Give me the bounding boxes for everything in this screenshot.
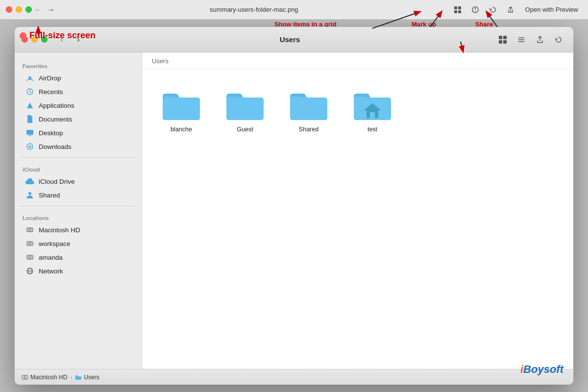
finder-minimize-btn[interactable] bbox=[31, 36, 38, 43]
svg-point-25 bbox=[28, 192, 31, 195]
finder-statusbar: Macintosh HD › Users bbox=[15, 369, 573, 385]
grid-view-icon[interactable] bbox=[451, 3, 465, 17]
svg-rect-14 bbox=[503, 36, 507, 39]
file-item-blanche[interactable]: blanche bbox=[157, 84, 206, 137]
finder-maximize-btn[interactable] bbox=[41, 36, 48, 43]
folder-icon-guest bbox=[225, 88, 265, 122]
sidebar-recents-label: Recents bbox=[39, 88, 63, 96]
finder-share-btn[interactable] bbox=[532, 32, 548, 48]
svg-rect-1 bbox=[458, 6, 461, 9]
file-item-guest[interactable]: Guest bbox=[220, 84, 270, 137]
finder-grid-view-btn[interactable] bbox=[495, 32, 511, 48]
svg-rect-16 bbox=[503, 40, 507, 44]
finder-back-btn[interactable]: ‹ bbox=[55, 33, 68, 46]
svg-rect-3 bbox=[458, 10, 461, 13]
sidebar-item-workspace[interactable]: workspace bbox=[18, 237, 139, 250]
sidebar-item-macintosh-hd[interactable]: Macintosh HD bbox=[18, 223, 139, 237]
breadcrumb-arrow: › bbox=[70, 374, 72, 381]
traffic-lights bbox=[6, 6, 32, 13]
sidebar-item-amanda[interactable]: amanda bbox=[18, 250, 139, 264]
finder-body: Favorites AirDrop Recents Applications bbox=[15, 52, 573, 369]
svg-point-29 bbox=[29, 229, 30, 230]
breadcrumb-hd-label: Macintosh HD bbox=[30, 374, 67, 381]
svg-rect-26 bbox=[26, 196, 29, 198]
file-label-test: test bbox=[368, 126, 377, 133]
finder-window-title: Users bbox=[89, 35, 491, 44]
sidebar-divider-2 bbox=[21, 206, 136, 206]
breadcrumb-macintosh-hd[interactable]: Macintosh HD bbox=[22, 374, 67, 381]
sidebar-item-icloud-shared[interactable]: Shared bbox=[18, 188, 139, 202]
sidebar-amanda-label: amanda bbox=[39, 254, 63, 261]
sidebar-downloads-label: Downloads bbox=[39, 143, 72, 150]
finder-toolbar: ‹ › Users bbox=[15, 27, 573, 52]
sidebar-item-icloud-drive[interactable]: iCloud Drive bbox=[18, 174, 139, 188]
desktop-icon bbox=[25, 128, 34, 137]
sidebar-icloud-shared-label: Shared bbox=[39, 192, 60, 199]
breadcrumb-folder-label: Users bbox=[84, 374, 99, 381]
svg-rect-41 bbox=[370, 112, 375, 118]
svg-point-44 bbox=[24, 377, 25, 378]
icloud-drive-icon bbox=[25, 177, 34, 186]
sidebar-icloud-label: iCloud bbox=[15, 162, 142, 174]
share-icon[interactable] bbox=[504, 3, 517, 17]
close-button[interactable] bbox=[6, 6, 12, 13]
amanda-icon bbox=[25, 253, 34, 262]
sidebar-item-airdrop[interactable]: AirDrop bbox=[18, 71, 139, 85]
file-label-guest: Guest bbox=[237, 126, 253, 133]
finder-sort-btn[interactable] bbox=[514, 32, 529, 48]
sidebar-locations-label: Locations bbox=[15, 210, 142, 223]
macintosh-hd-icon bbox=[25, 225, 34, 234]
airdrop-icon bbox=[25, 74, 34, 82]
folder-small-icon bbox=[75, 374, 82, 380]
minimize-button[interactable] bbox=[16, 6, 22, 13]
content-header: Users bbox=[142, 52, 573, 69]
sidebar-applications-label: Applications bbox=[39, 102, 74, 109]
markup-icon[interactable] bbox=[468, 3, 482, 17]
open-with-preview-button[interactable]: Open with Preview bbox=[521, 4, 582, 15]
downloads-icon bbox=[25, 142, 34, 151]
sidebar-macintosh-hd-label: Macintosh HD bbox=[39, 226, 80, 234]
sidebar-divider-1 bbox=[21, 157, 136, 158]
finder-toolbar-right bbox=[495, 32, 566, 48]
svg-rect-13 bbox=[499, 36, 502, 39]
title-bar-forward[interactable]: → bbox=[45, 3, 57, 16]
svg-point-32 bbox=[29, 243, 30, 244]
svg-rect-0 bbox=[454, 6, 457, 9]
file-item-shared[interactable]: Shared bbox=[284, 84, 333, 137]
sidebar-item-applications[interactable]: Applications bbox=[18, 98, 139, 112]
sidebar-item-recents[interactable]: Recents bbox=[18, 85, 139, 98]
sidebar-desktop-label: Desktop bbox=[39, 129, 63, 137]
title-bar-actions: Open with Preview bbox=[451, 3, 582, 17]
sidebar-network-label: Network bbox=[39, 268, 63, 275]
svg-rect-2 bbox=[454, 10, 457, 13]
sidebar-item-documents[interactable]: Documents bbox=[18, 112, 139, 126]
finder-rotate-btn[interactable] bbox=[551, 32, 566, 48]
sidebar: Favorites AirDrop Recents Applications bbox=[15, 52, 142, 369]
folder-icon-shared bbox=[289, 88, 328, 122]
finder-window: ‹ › Users bbox=[15, 27, 573, 385]
breadcrumb-users[interactable]: Users bbox=[75, 374, 99, 381]
rotate-icon[interactable] bbox=[486, 3, 500, 17]
finder-traffic-lights bbox=[22, 36, 48, 43]
hd-icon bbox=[22, 374, 28, 381]
finder-close-btn[interactable] bbox=[22, 36, 28, 43]
icloud-shared-icon bbox=[25, 191, 34, 199]
workspace-icon bbox=[25, 239, 34, 248]
sidebar-workspace-label: workspace bbox=[39, 240, 71, 247]
title-bar-back[interactable]: ← bbox=[32, 3, 45, 16]
finder-content: Users blanche Guest bbox=[142, 52, 573, 369]
svg-rect-15 bbox=[499, 40, 502, 44]
file-item-test[interactable]: test bbox=[348, 84, 397, 137]
file-label-blanche: blanche bbox=[171, 126, 192, 133]
documents-icon bbox=[25, 115, 34, 123]
sidebar-item-downloads[interactable]: Downloads bbox=[18, 140, 139, 153]
maximize-button[interactable] bbox=[25, 6, 32, 13]
finder-forward-btn[interactable]: › bbox=[72, 33, 85, 46]
file-label-shared: Shared bbox=[299, 126, 318, 133]
svg-point-35 bbox=[29, 257, 30, 258]
sidebar-item-network[interactable]: Network bbox=[18, 264, 139, 278]
svg-rect-23 bbox=[28, 135, 31, 136]
title-bar: ← → summary-users-folder-mac.png bbox=[0, 0, 588, 20]
network-icon bbox=[25, 267, 34, 275]
sidebar-item-desktop[interactable]: Desktop bbox=[18, 126, 139, 140]
